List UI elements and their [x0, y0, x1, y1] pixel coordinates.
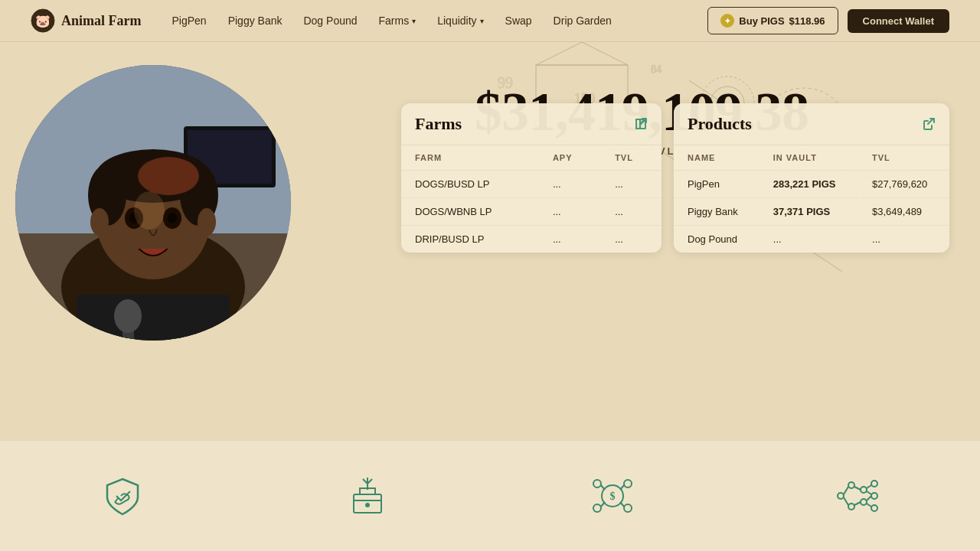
svg-line-70: [867, 504, 871, 507]
network-chart-icon: [835, 473, 880, 519]
svg-point-40: [134, 191, 165, 230]
nav-dogpound[interactable]: Dog Pound: [303, 15, 357, 27]
farm-tvl-2: ...: [601, 198, 662, 226]
svg-point-44: [366, 504, 369, 507]
svg-point-60: [871, 481, 877, 487]
connect-wallet-button[interactable]: Connect Wallet: [848, 9, 949, 33]
nav-links: PigPen Piggy Bank Dog Pound Farms ▾ Liqu…: [172, 15, 707, 27]
svg-point-50: [624, 504, 632, 512]
bottom-card-1[interactable]: [0, 440, 245, 551]
buy-pigs-button[interactable]: ✦ Buy PIGS $118.96: [707, 7, 838, 34]
product-name-3: Dog Pound: [674, 226, 760, 253]
farms-card-title: Farms: [415, 114, 462, 134]
products-card-title: Products: [688, 114, 752, 134]
bottom-cards: $: [0, 440, 980, 551]
farms-table: FARM APY TVL DOGS/BUSD LP ... ... DOGS/W…: [401, 145, 662, 253]
farms-col-tvl: TVL: [601, 145, 662, 171]
product-vault-2: 37,371 PIGS: [760, 198, 858, 226]
svg-point-58: [861, 487, 867, 493]
logo-icon: 🐷: [31, 8, 55, 33]
product-name-2: Piggy Bank: [674, 198, 760, 226]
navigation: 🐷 Animal Farm PigPen Piggy Bank Dog Poun…: [0, 0, 980, 42]
svg-point-55: [838, 493, 844, 499]
products-col-tvl: TVL: [858, 145, 949, 171]
table-row: DRIP/BUSD LP ... ...: [401, 226, 662, 253]
table-row: Dog Pound ... ...: [674, 226, 949, 253]
avatar: [15, 65, 291, 341]
farm-name-1: DOGS/BUSD LP: [401, 171, 539, 198]
svg-line-53: [601, 502, 605, 507]
svg-line-65: [854, 487, 861, 490]
svg-point-49: [593, 504, 601, 512]
farms-col-farm: FARM: [401, 145, 539, 171]
farms-col-apy: APY: [539, 145, 601, 171]
nav-liquidity[interactable]: Liquidity ▾: [437, 15, 483, 27]
svg-line-52: [620, 485, 624, 490]
farm-apy-3: ...: [539, 226, 601, 253]
farms-dropdown-arrow: ▾: [412, 17, 416, 25]
pigs-coin-icon: ✦: [720, 14, 734, 28]
products-table: NAME IN VAULT TVL PigPen 283,221 PIGS $2…: [674, 145, 949, 253]
svg-point-38: [90, 208, 109, 236]
logo-text: Animal Farm: [61, 13, 141, 29]
products-card: Products NAME IN VAULT TVL PigPen: [674, 103, 949, 253]
farm-name-2: DOGS/WBNB LP: [401, 198, 539, 226]
bottom-card-4[interactable]: [735, 440, 980, 551]
svg-line-63: [844, 487, 848, 494]
product-name-1: PigPen: [674, 171, 760, 198]
products-card-header: Products: [674, 103, 949, 145]
avatar-image: [15, 65, 291, 341]
shield-hand-icon: [100, 473, 145, 519]
bottom-card-3[interactable]: $: [490, 440, 735, 551]
main-content: 150 84 99: [0, 42, 980, 551]
svg-point-62: [871, 505, 877, 511]
farm-tvl-3: ...: [601, 226, 662, 253]
nav-actions: ✦ Buy PIGS $118.96 Connect Wallet: [707, 7, 949, 34]
nav-pigpen[interactable]: PigPen: [172, 15, 206, 27]
farm-apy-2: ...: [539, 198, 601, 226]
nav-swap[interactable]: Swap: [505, 15, 532, 27]
product-vault-1: 283,221 PIGS: [760, 171, 858, 198]
farms-external-link-icon[interactable]: [634, 117, 648, 131]
farms-card-header: Farms: [401, 103, 662, 145]
svg-text:🐷: 🐷: [35, 14, 51, 28]
products-col-vault: IN VAULT: [760, 145, 858, 171]
svg-point-39: [198, 208, 216, 236]
product-tvl-3: ...: [858, 226, 949, 253]
svg-rect-35: [77, 295, 230, 341]
nav-drip-garden[interactable]: Drip Garden: [554, 15, 612, 27]
farms-card: Farms FARM APY TVL: [401, 103, 662, 253]
svg-point-61: [871, 493, 877, 499]
svg-marker-10: [536, 42, 628, 65]
svg-line-67: [867, 485, 871, 488]
svg-point-34: [168, 213, 177, 223]
table-row: DOGS/WBNB LP ... ...: [401, 198, 662, 226]
product-vault-3: ...: [760, 226, 858, 253]
farm-name-3: DRIP/BUSD LP: [401, 226, 539, 253]
nav-piggybank[interactable]: Piggy Bank: [228, 15, 283, 27]
svg-text:84: 84: [651, 64, 662, 75]
tables-area: Farms FARM APY TVL: [401, 103, 949, 253]
nav-farms[interactable]: Farms ▾: [379, 15, 416, 27]
svg-line-51: [601, 485, 605, 490]
svg-point-56: [848, 482, 854, 488]
svg-point-57: [848, 504, 854, 510]
farm-apy-1: ...: [539, 171, 601, 198]
svg-point-37: [114, 299, 142, 333]
products-external-link-icon[interactable]: [922, 117, 936, 131]
svg-point-47: [593, 480, 601, 487]
svg-line-69: [867, 496, 871, 500]
box-upload-icon: [345, 473, 390, 519]
svg-point-59: [861, 499, 867, 505]
product-tvl-1: $27,769,620: [858, 171, 949, 198]
table-row: PigPen 283,221 PIGS $27,769,620: [674, 171, 949, 198]
bottom-card-2[interactable]: [245, 440, 490, 551]
logo[interactable]: 🐷 Animal Farm: [31, 8, 141, 33]
dollar-network-icon: $: [590, 473, 635, 519]
svg-line-66: [854, 502, 861, 505]
svg-line-64: [844, 497, 848, 505]
svg-line-68: [867, 491, 871, 494]
svg-line-54: [620, 502, 624, 507]
svg-point-48: [624, 480, 632, 487]
products-table-header: NAME IN VAULT TVL: [674, 145, 949, 171]
